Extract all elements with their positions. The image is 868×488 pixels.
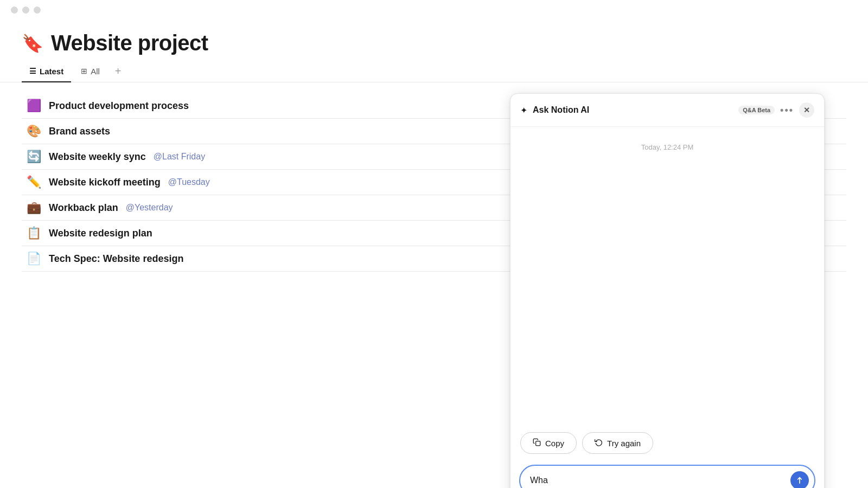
page-item-title: Brand assets	[49, 126, 110, 137]
ai-input-container	[519, 465, 815, 488]
tabs-bar: ☰ Latest ⊞ All +	[0, 61, 868, 82]
traffic-light-close[interactable]	[11, 7, 18, 14]
retry-icon	[595, 438, 603, 448]
page-icon-brand-assets: 🎨	[26, 124, 41, 138]
title-bar	[0, 0, 868, 20]
ai-input-area	[510, 459, 824, 488]
copy-button[interactable]: Copy	[520, 432, 577, 454]
tab-latest-label: Latest	[40, 67, 63, 76]
page-item-title: Product development process	[49, 100, 189, 112]
ai-actions: Copy Try again	[510, 425, 824, 459]
traffic-light-maximize[interactable]	[34, 7, 41, 14]
traffic-lights	[11, 7, 41, 14]
page-icon-redesign-plan: 📋	[26, 226, 41, 240]
ai-chat-input[interactable]	[530, 476, 786, 485]
copy-button-label: Copy	[545, 439, 564, 448]
traffic-light-minimize[interactable]	[22, 7, 29, 14]
app-window: 🔖 Website project ☰ Latest ⊞ All + 🟪 Pro…	[0, 0, 868, 488]
page-title: Website project	[51, 31, 208, 55]
bookmark-icon: 🔖	[22, 33, 43, 54]
tab-all[interactable]: ⊞ All	[73, 61, 107, 82]
page-item-title: Website kickoff meeting	[49, 177, 161, 188]
ai-timestamp: Today, 12:24 PM	[521, 138, 813, 151]
ai-send-button[interactable]	[790, 471, 809, 488]
tab-add-button[interactable]: +	[110, 61, 127, 82]
ai-beta-badge: Q&A Beta	[738, 106, 775, 114]
tab-all-label: All	[91, 67, 100, 76]
ai-panel-header: ✦ Ask Notion AI Q&A Beta ••• ✕	[510, 94, 824, 127]
page-title-area: 🔖 Website project	[0, 20, 868, 61]
close-icon: ✕	[803, 106, 810, 114]
ai-close-button[interactable]: ✕	[799, 102, 814, 118]
spark-icon: ✦	[520, 105, 527, 115]
page-item-title: Website redesign plan	[49, 228, 152, 239]
copy-icon	[533, 438, 541, 448]
page-item-tag: @Tuesday	[168, 177, 210, 187]
page-icon-weekly-sync: 🔄	[26, 150, 41, 164]
page-icon-product-dev: 🟪	[26, 99, 41, 113]
ai-panel-title: Ask Notion AI	[533, 105, 730, 115]
ai-more-button[interactable]: •••	[780, 105, 794, 116]
page-item-tag: @Yesterday	[126, 203, 173, 213]
page-item-title: Tech Spec: Website redesign	[49, 253, 183, 265]
tab-latest[interactable]: ☰ Latest	[22, 61, 71, 82]
page-item-tag: @Last Friday	[154, 152, 205, 162]
page-icon-workback: 💼	[26, 201, 41, 215]
ai-panel: ✦ Ask Notion AI Q&A Beta ••• ✕ Today, 12…	[510, 93, 825, 488]
try-again-button[interactable]: Try again	[582, 432, 653, 454]
ai-panel-body: Today, 12:24 PM	[510, 127, 824, 425]
page-item-title: Workback plan	[49, 202, 118, 214]
page-icon-tech-spec: 📄	[26, 252, 41, 266]
try-again-button-label: Try again	[607, 439, 641, 448]
main-content: 🟪 Product development process 🎨 Brand as…	[0, 82, 868, 488]
ai-header-right: ••• ✕	[780, 102, 814, 118]
list-icon: ☰	[29, 67, 36, 75]
page-icon-kickoff: ✏️	[26, 175, 41, 189]
grid-icon: ⊞	[81, 67, 87, 75]
page-item-title: Website weekly sync	[49, 151, 146, 163]
svg-rect-0	[536, 441, 540, 446]
